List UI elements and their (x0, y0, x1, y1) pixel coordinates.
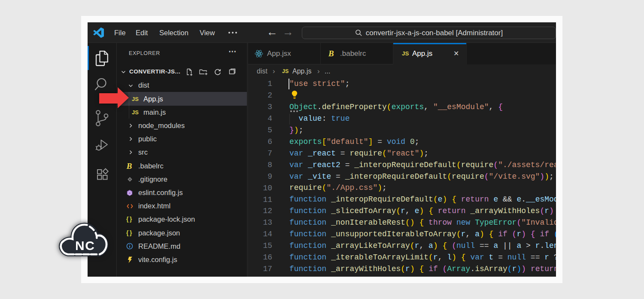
svg-text:NC: NC (75, 238, 95, 253)
